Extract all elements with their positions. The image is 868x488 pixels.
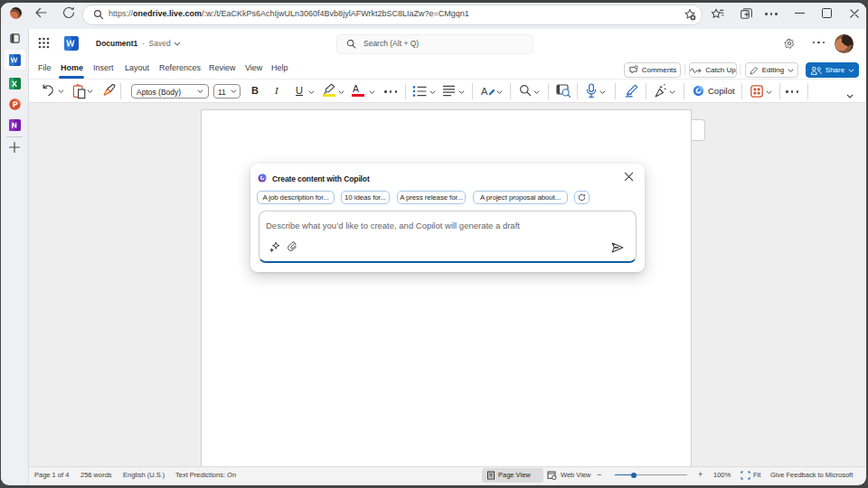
svg-text:A: A	[481, 86, 488, 97]
